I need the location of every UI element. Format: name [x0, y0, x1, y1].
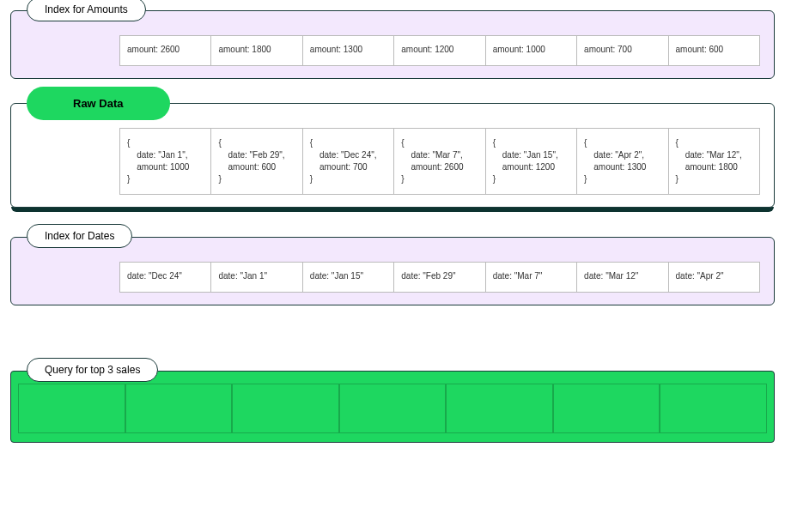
date-index-panel: Index for Dates date: "Dec 24" date: "Ja…: [10, 237, 775, 305]
raw-cell: { date: "Apr 2", amount: 1300 }: [577, 128, 668, 195]
date-cell: date: "Mar 12": [577, 262, 668, 293]
raw-cell: { date: "Feb 29", amount: 600 }: [211, 128, 302, 195]
amount-cell: amount: 1300: [303, 35, 394, 66]
raw-cell: { date: "Mar 12", amount: 1800 }: [669, 128, 760, 195]
raw-data-label: Raw Data: [27, 87, 170, 120]
query-cell: [446, 384, 553, 433]
date-cell: date: "Apr 2": [669, 262, 760, 293]
query-label: Query for top 3 sales: [27, 358, 158, 382]
date-cell: date: "Jan 1": [211, 262, 302, 293]
date-cell: date: "Mar 7": [486, 262, 577, 293]
date-cell: date: "Dec 24": [119, 262, 211, 293]
raw-cell: { date: "Mar 7", amount: 2600 }: [394, 128, 485, 195]
query-cell: [125, 384, 233, 433]
raw-data-panel: Raw Data { date: "Jan 1", amount: 1000 }…: [10, 103, 775, 208]
amount-cell: amount: 600: [669, 35, 760, 66]
amount-index-row: amount: 2600 amount: 1800 amount: 1300 a…: [119, 35, 760, 66]
amount-index-panel: Index for Amounts amount: 2600 amount: 1…: [10, 10, 775, 79]
amount-cell: amount: 1200: [394, 35, 485, 66]
raw-cell: { date: "Jan 15", amount: 1200 }: [486, 128, 577, 195]
query-panel: Query for top 3 sales: [10, 371, 775, 443]
date-index-label: Index for Dates: [27, 224, 132, 248]
query-cell: [553, 384, 660, 433]
raw-data-row: { date: "Jan 1", amount: 1000 } { date: …: [119, 128, 760, 195]
query-cell: [660, 384, 767, 433]
raw-cell: { date: "Jan 1", amount: 1000 }: [119, 128, 211, 195]
query-cell: [232, 384, 339, 433]
query-row: [18, 384, 767, 433]
raw-cell: { date: "Dec 24", amount: 700 }: [303, 128, 394, 195]
query-cell: [18, 384, 125, 433]
date-cell: date: "Feb 29": [394, 262, 485, 293]
date-index-row: date: "Dec 24" date: "Jan 1" date: "Jan …: [119, 262, 760, 293]
amount-cell: amount: 700: [577, 35, 668, 66]
amount-cell: amount: 2600: [119, 35, 211, 66]
amount-index-label: Index for Amounts: [27, 0, 146, 21]
amount-cell: amount: 1800: [211, 35, 302, 66]
amount-cell: amount: 1000: [486, 35, 577, 66]
query-cell: [339, 384, 447, 433]
date-cell: date: "Jan 15": [303, 262, 394, 293]
